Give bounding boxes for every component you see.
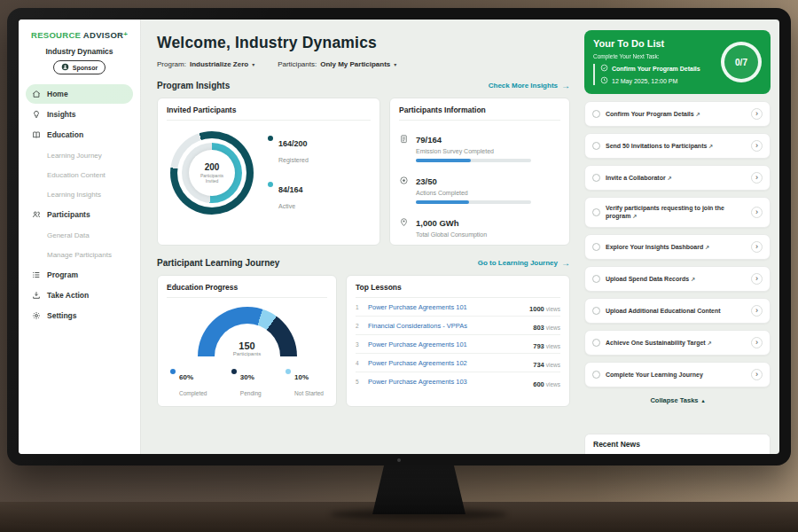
sidebar-item-manage-participants[interactable]: Manage Participants xyxy=(26,245,133,264)
lesson-link[interactable]: Power Purchase Agreements 103 xyxy=(368,378,467,386)
todo-summary-card: Your To Do List Complete Your Next Task:… xyxy=(584,30,771,94)
actions-completed-row: 23/50 Actions Completed xyxy=(399,172,560,204)
program-filter-value: Industrialize Zero xyxy=(190,60,248,68)
page-title: Welcome, Industry Dynamics xyxy=(157,34,570,52)
program-filter-dropdown[interactable]: Program: Industrialize Zero ▾ xyxy=(157,60,254,68)
lesson-views: 600 xyxy=(533,380,544,388)
recent-news-header[interactable]: Recent News xyxy=(584,434,771,454)
task-checkbox[interactable] xyxy=(592,307,600,315)
task-chevron-button[interactable]: › xyxy=(751,207,763,218)
lesson-link[interactable]: Power Purchase Agreements 101 xyxy=(368,340,467,348)
not-started-value: 10% xyxy=(294,373,309,381)
task-chevron-button[interactable]: › xyxy=(751,305,763,317)
collapse-tasks-link[interactable]: Collapse Tasks ▴ xyxy=(650,396,704,404)
task-chevron-button[interactable]: › xyxy=(751,172,763,184)
section-title: Program Insights xyxy=(157,81,230,90)
book-icon xyxy=(31,130,41,139)
emission-survey-progressbar xyxy=(416,159,531,162)
logo-plus: + xyxy=(123,30,128,38)
education-legend: 60% Completed 30% Pending 10% xyxy=(167,367,327,399)
sidebar-item-label: General Data xyxy=(47,231,90,239)
task-label: Complete Your Learning Journey xyxy=(606,372,703,378)
task-label: Upload Spend Data Records xyxy=(606,276,689,282)
sidebar-item-label: Home xyxy=(47,90,68,98)
task-checkbox[interactable] xyxy=(592,339,600,347)
sponsor-badge[interactable]: Sponsor xyxy=(53,60,106,74)
task-item[interactable]: Complete Your Learning Journey › xyxy=(584,362,771,387)
sidebar-item-education-content[interactable]: Education Content xyxy=(26,165,133,184)
chevron-right-icon: › xyxy=(755,110,758,118)
lesson-link[interactable]: Power Purchase Agreements 101 xyxy=(368,303,467,311)
sidebar-item-learning-journey[interactable]: Learning Journey xyxy=(26,145,133,165)
registered-value: 164/200 xyxy=(278,139,308,148)
invited-participants-card: Invited Participants 200 Participants In… xyxy=(157,98,380,246)
task-chevron-button[interactable]: › xyxy=(751,273,763,285)
learning-journey-cards: Education Progress 150 Participants xyxy=(157,275,570,407)
task-checkbox[interactable] xyxy=(592,371,600,379)
task-item[interactable]: Confirm Your Program Details↗ › xyxy=(584,101,771,127)
legend-not-started: 10% Not Started xyxy=(286,367,324,399)
sidebar-item-take-action[interactable]: Take Action xyxy=(26,286,133,305)
sidebar-item-participants[interactable]: Participants xyxy=(26,205,133,224)
lesson-views-unit: views xyxy=(546,343,560,349)
lesson-link[interactable]: Power Purchase Agreements 102 xyxy=(368,359,467,367)
sidebar-item-home[interactable]: Home xyxy=(26,84,133,104)
task-checkbox[interactable] xyxy=(592,275,600,283)
emission-survey-value: 79/164 xyxy=(416,135,442,145)
arrow-right-icon: → xyxy=(561,258,570,268)
sidebar-item-program[interactable]: Program xyxy=(26,265,133,285)
logo-resource: RESOURCE xyxy=(31,30,81,40)
task-item[interactable]: Achieve One Sustainability Target↗ › xyxy=(584,330,771,356)
lesson-rank: 1 xyxy=(356,304,362,310)
sidebar-item-education[interactable]: Education xyxy=(26,125,133,145)
task-label: Upload Additional Educational Content xyxy=(606,308,721,314)
download-icon xyxy=(31,291,41,300)
task-chevron-button[interactable]: › xyxy=(751,108,763,120)
task-chevron-button[interactable]: › xyxy=(751,140,763,152)
participants-filter-dropdown[interactable]: Participants: Only My Participants ▾ xyxy=(278,60,396,68)
lesson-rank: 4 xyxy=(356,360,362,366)
filter-bar: Program: Industrialize Zero ▾ Participan… xyxy=(157,60,570,68)
target-icon xyxy=(399,173,409,189)
sidebar-item-label: Education xyxy=(47,130,83,139)
task-item[interactable]: Send 50 Invitations to Participants↗ › xyxy=(584,133,771,159)
task-checkbox[interactable] xyxy=(592,243,600,251)
link-label: Go to Learning Journey xyxy=(478,259,558,267)
sidebar-item-general-data[interactable]: General Data xyxy=(26,225,133,245)
gear-icon xyxy=(31,311,41,320)
lesson-row: 2 Financial Considerations - VPPAs 803vi… xyxy=(356,317,560,335)
consumption-label: Total Global Consumption xyxy=(416,231,487,238)
todo-panel: Your To Do List Complete Your Next Task:… xyxy=(581,20,779,454)
sidebar-item-insights[interactable]: Insights xyxy=(26,105,133,124)
lesson-views: 734 xyxy=(533,361,544,369)
todo-next-task: Confirm Your Program Details xyxy=(612,66,700,72)
sidebar-item-label: Take Action xyxy=(47,291,89,300)
task-checkbox[interactable] xyxy=(592,142,600,150)
invited-total: 200 xyxy=(205,162,220,172)
task-chevron-button[interactable]: › xyxy=(751,337,763,348)
task-chevron-button[interactable]: › xyxy=(751,241,763,253)
check-more-insights-link[interactable]: Check More Insights → xyxy=(489,81,570,90)
task-label: Explore Your Insights Dashboard xyxy=(606,244,703,250)
sidebar-item-label: Program xyxy=(47,270,78,279)
task-item[interactable]: Upload Additional Educational Content › xyxy=(584,298,771,324)
chevron-right-icon: › xyxy=(755,243,758,251)
task-chevron-button[interactable]: › xyxy=(751,369,763,380)
task-checkbox[interactable] xyxy=(592,174,600,182)
emission-survey-label: Emission Survey Completed xyxy=(416,148,531,154)
sidebar-item-learning-insights[interactable]: Learning Insights xyxy=(26,184,133,204)
sidebar-item-settings[interactable]: Settings xyxy=(26,306,133,325)
task-item[interactable]: Verify participants requesting to join t… xyxy=(584,197,771,228)
task-item[interactable]: Upload Spend Data Records↗ › xyxy=(584,266,771,292)
go-to-learning-journey-link[interactable]: Go to Learning Journey → xyxy=(478,258,570,268)
legend-completed: 60% Completed xyxy=(170,367,207,399)
legend-active: 84/164 Active xyxy=(268,180,309,212)
collapse-label: Collapse Tasks xyxy=(650,396,698,404)
list-icon xyxy=(31,270,41,279)
task-item[interactable]: Invite a Collaborator↗ › xyxy=(584,165,771,191)
pending-label: Pending xyxy=(240,390,262,396)
task-checkbox[interactable] xyxy=(592,110,600,118)
lesson-link[interactable]: Financial Considerations - VPPAs xyxy=(368,322,467,330)
task-checkbox[interactable] xyxy=(592,208,600,216)
task-item[interactable]: Explore Your Insights Dashboard↗ › xyxy=(584,234,771,260)
